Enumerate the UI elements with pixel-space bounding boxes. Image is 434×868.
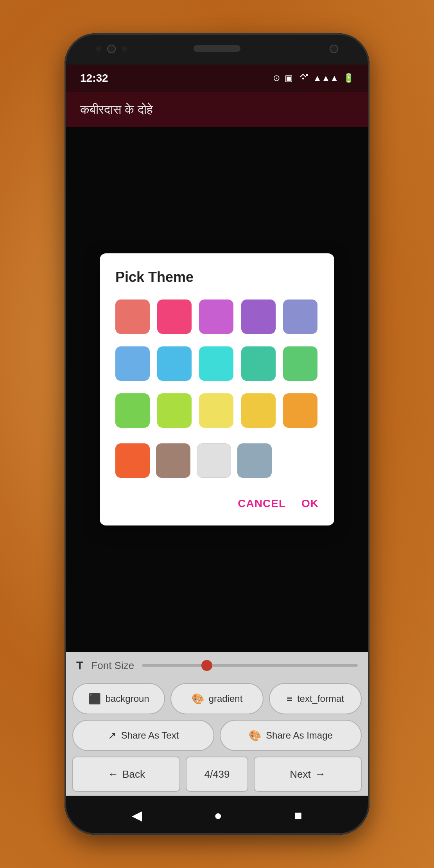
front-camera [330, 45, 338, 53]
next-button[interactable]: Next → [254, 757, 362, 792]
signal-icon: ▲▲▲ [313, 73, 339, 83]
slider-thumb[interactable] [201, 660, 212, 671]
dialog-actions: CANCEL OK [115, 493, 319, 510]
dialog-title: Pick Theme [115, 269, 319, 285]
share-text-label: Share As Text [121, 730, 179, 741]
background-icon: ⬛ [88, 693, 101, 705]
color-grid-row2 [115, 346, 319, 381]
color-grid-row4 [115, 443, 319, 478]
ok-button[interactable]: OK [301, 497, 319, 510]
status-time: 12:32 [80, 72, 108, 84]
status-icons: ⊙ ▣ ▲▲▲ 🔋 [273, 73, 354, 84]
color-swatch-amber[interactable] [241, 393, 276, 428]
sensor-dot [96, 46, 101, 52]
color-swatch-lavender[interactable] [283, 299, 317, 334]
back-button[interactable]: ← Back [72, 757, 180, 792]
dialog-overlay: Pick Theme [65, 127, 369, 652]
color-swatch-pink[interactable] [157, 299, 192, 334]
text-format-label: text_format [297, 693, 344, 704]
page-counter: 4/439 [186, 757, 248, 792]
color-grid-row3 [115, 393, 319, 428]
share-image-icon: 🎨 [249, 730, 261, 742]
color-swatch-green[interactable] [283, 346, 317, 381]
share-image-label: Share As Image [266, 730, 333, 741]
pick-theme-dialog: Pick Theme [100, 253, 334, 525]
home-nav-icon[interactable]: ● [214, 808, 222, 823]
recent-nav-icon[interactable]: ■ [294, 808, 302, 823]
share-text-button[interactable]: ↗ Share As Text [72, 720, 214, 751]
color-swatch-teal[interactable] [241, 346, 276, 381]
nav-row: ← Back 4/439 Next → [72, 757, 362, 792]
color-swatch-yellow[interactable] [199, 393, 233, 428]
color-swatch-yellow-green[interactable] [157, 393, 192, 428]
cancel-button[interactable]: CANCEL [238, 497, 286, 510]
color-swatch-purple[interactable] [241, 299, 276, 334]
gradient-icon: 🎨 [192, 693, 204, 705]
back-nav-icon[interactable]: ◀ [132, 807, 142, 823]
background-label: backgroun [106, 693, 149, 704]
camera-area [96, 45, 127, 53]
color-swatch-orange[interactable] [283, 393, 317, 428]
color-swatch-brown[interactable] [156, 443, 190, 478]
gradient-label: gradient [209, 693, 243, 704]
font-size-bar: T Font Size [65, 652, 369, 679]
notification-icon: ▣ [285, 73, 293, 83]
color-swatch-purple-pink[interactable] [199, 299, 233, 334]
color-swatch-light-gray[interactable] [197, 443, 231, 478]
back-label: Back [122, 768, 145, 780]
sd-icon: ⊙ [273, 73, 280, 83]
toolbar-row-2: ↗ Share As Text 🎨 Share As Image [72, 720, 362, 751]
background-button[interactable]: ⬛ backgroun [72, 683, 165, 714]
phone-speaker [194, 45, 240, 52]
toolbar-row-1: ⬛ backgroun 🎨 gradient ≡ text_format [72, 683, 362, 714]
counter-text: 4/439 [204, 768, 230, 780]
font-size-icon: T [76, 659, 83, 672]
app-title: कबीरदास के दोहे [80, 102, 153, 117]
color-swatch-sky-blue[interactable] [157, 346, 192, 381]
color-swatch-steel-blue[interactable] [237, 443, 272, 478]
color-swatch-lime-green[interactable] [115, 393, 150, 428]
back-arrow-icon: ← [108, 768, 118, 780]
phone-frame: 12:32 ⊙ ▣ ▲▲▲ 🔋 कबीरदास के दोहे जिन खोज [65, 33, 369, 835]
camera-dot [107, 45, 116, 53]
wifi-off-icon [298, 73, 308, 84]
sensor-dot-2 [122, 46, 127, 52]
font-size-slider[interactable] [142, 664, 358, 667]
status-bar: 12:32 ⊙ ▣ ▲▲▲ 🔋 [65, 65, 369, 92]
bottom-toolbar: ⬛ backgroun 🎨 gradient ≡ text_format ↗ S… [65, 679, 369, 796]
color-swatch-cyan[interactable] [199, 346, 233, 381]
camera-area-right [330, 45, 338, 53]
next-label: Next [290, 768, 310, 780]
color-swatch-salmon[interactable] [115, 299, 150, 334]
bottom-nav-bar: ◀ ● ■ [65, 796, 369, 835]
battery-icon: 🔋 [343, 73, 354, 83]
next-arrow-icon: → [315, 768, 326, 780]
share-image-button[interactable]: 🎨 Share As Image [220, 720, 362, 751]
app-header: कबीरदास के दोहे [65, 92, 369, 127]
font-size-label: Font Size [91, 660, 134, 672]
text-format-icon: ≡ [287, 693, 292, 705]
main-content: जिन खोजा तिन पाइया, गहरे पानी पैठ, मैं ब… [65, 127, 369, 652]
gradient-button[interactable]: 🎨 gradient [170, 683, 263, 714]
color-swatch-light-blue[interactable] [115, 346, 150, 381]
color-swatch-coral[interactable] [115, 443, 150, 478]
share-text-icon: ↗ [108, 730, 117, 742]
text-format-button[interactable]: ≡ text_format [269, 683, 362, 714]
phone-top-bar [65, 33, 369, 65]
color-grid-row1 [115, 299, 319, 334]
